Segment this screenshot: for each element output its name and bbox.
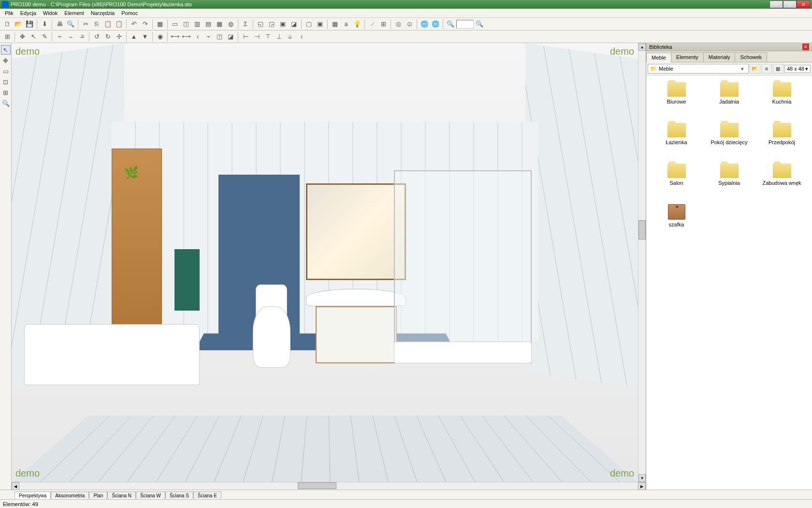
dim7-icon[interactable]: ⊢ xyxy=(240,31,251,42)
cut-icon[interactable]: ✂ xyxy=(80,19,91,30)
globe1-icon[interactable]: 🌐 xyxy=(419,19,430,30)
menu-widok[interactable]: Widok xyxy=(40,9,61,17)
rotate2-icon[interactable]: ↻ xyxy=(102,31,113,42)
vertical-scrollbar[interactable]: ▲ ▼ xyxy=(638,43,646,482)
dim4-icon[interactable]: ⫟ xyxy=(203,31,214,42)
dim1-icon[interactable]: ⟷ xyxy=(170,31,180,42)
align3-icon[interactable]: ⫡ xyxy=(76,31,87,42)
move-icon[interactable]: ✢ xyxy=(114,31,124,42)
library-item-łazienka[interactable]: Łazienka xyxy=(651,121,702,160)
window2-icon[interactable]: ◫ xyxy=(181,19,191,30)
tab-elementy[interactable]: Elementy xyxy=(671,52,704,62)
scroll-right-icon[interactable]: ▶ xyxy=(638,482,646,490)
menu-pomoc[interactable]: Pomoc xyxy=(118,9,141,17)
scroll-left-icon[interactable]: ◀ xyxy=(12,482,19,490)
library-item-zabudowa-wnęk[interactable]: Zabudowa wnęk xyxy=(756,162,807,200)
target-icon[interactable]: ◎ xyxy=(393,19,404,30)
globe2-icon[interactable]: 🌐 xyxy=(430,19,441,30)
scroll-down-icon[interactable]: ▼ xyxy=(638,474,646,482)
dim3-icon[interactable]: ⫞ xyxy=(192,31,203,42)
view5-icon[interactable]: ▢ xyxy=(304,19,314,30)
scroll-up-icon[interactable]: ▲ xyxy=(638,43,646,51)
report-icon[interactable]: ▦ xyxy=(155,19,165,30)
dim9-icon[interactable]: ⊤ xyxy=(262,31,273,42)
rotate1-icon[interactable]: ↺ xyxy=(91,31,102,42)
grid-icon[interactable]: ⊞ xyxy=(378,19,389,30)
chevron-down-icon[interactable]: ▾ xyxy=(739,66,746,72)
center-icon[interactable]: ◉ xyxy=(155,31,165,42)
tab-sciana-e[interactable]: Ściana E xyxy=(193,492,221,499)
horizontal-scrollbar[interactable]: ◀ ▶ xyxy=(12,482,646,490)
align2-icon[interactable]: ⫠ xyxy=(65,31,76,42)
up-folder-icon[interactable]: 📂 xyxy=(750,64,760,74)
paste-icon[interactable]: 📋 xyxy=(102,19,113,30)
mirror2-icon[interactable]: ▼ xyxy=(140,31,150,42)
thumbnail-size-combo[interactable]: 48 x 48 ▾ xyxy=(784,65,811,73)
library-item-pokój-dziecięcy[interactable]: Pokój dziecięcy xyxy=(704,121,754,160)
window5-icon[interactable]: ▦ xyxy=(214,19,225,30)
chevron-down-icon[interactable]: ▾ xyxy=(805,66,808,72)
render1-icon[interactable]: ▦ xyxy=(330,19,340,30)
select-tool-icon[interactable]: ↖ xyxy=(1,45,11,55)
library-item-szafka[interactable]: szafka xyxy=(651,202,702,241)
import-icon[interactable]: ⬇ xyxy=(39,19,50,30)
tool6-icon[interactable]: 🔍 xyxy=(1,98,11,108)
pointer-icon[interactable]: ✥ xyxy=(17,31,28,42)
view3-icon[interactable]: ▣ xyxy=(277,19,288,30)
tool3-icon[interactable]: ▭ xyxy=(1,66,11,76)
dim12-icon[interactable]: ⫞ xyxy=(296,31,306,42)
dim5-icon[interactable]: ◫ xyxy=(214,31,225,42)
dim8-icon[interactable]: ⊣ xyxy=(251,31,262,42)
tab-plan[interactable]: Plan xyxy=(89,492,107,499)
paste2-icon[interactable]: 📋 xyxy=(114,19,124,30)
library-path-combo[interactable]: 📁 Meble ▾ xyxy=(648,64,749,74)
close-button[interactable]: ✕ xyxy=(797,0,810,8)
sum-icon[interactable]: Σ xyxy=(240,19,251,30)
undo-icon[interactable]: ↶ xyxy=(129,19,139,30)
maximize-button[interactable]: □ xyxy=(783,0,797,8)
zoom-out-icon[interactable]: 🔍 xyxy=(445,19,456,30)
menu-element[interactable]: Element xyxy=(61,9,87,17)
zoom-in-icon[interactable]: 🔍 xyxy=(474,19,485,30)
mirror1-icon[interactable]: ▲ xyxy=(129,31,139,42)
tab-meble[interactable]: Meble xyxy=(646,53,671,62)
zoom-input[interactable] xyxy=(456,20,474,29)
library-close-icon[interactable]: ✕ xyxy=(802,44,809,50)
library-item-sypialnia[interactable]: Sypialnia xyxy=(704,162,754,200)
save-icon[interactable]: 💾 xyxy=(24,19,35,30)
dim11-icon[interactable]: ⫝ xyxy=(285,31,295,42)
window1-icon[interactable]: ▭ xyxy=(170,19,180,30)
view2-icon[interactable]: ◲ xyxy=(266,19,277,30)
print-icon[interactable]: 🖶 xyxy=(54,19,65,30)
tool2-icon[interactable]: ✥ xyxy=(1,56,11,65)
3d-viewport[interactable]: 🌿 demo demo demo demo xyxy=(12,43,638,482)
window4-icon[interactable]: ▤ xyxy=(203,19,214,30)
view-grid-icon[interactable]: ⊞ xyxy=(773,64,783,74)
tab-perspektywa[interactable]: Perspektywa xyxy=(14,492,51,499)
tab-schowek[interactable]: Schowek xyxy=(735,52,767,62)
tab-materialy[interactable]: Materiały xyxy=(703,52,736,62)
tool5-icon[interactable]: ⊞ xyxy=(1,88,11,97)
window6-icon[interactable]: ◍ xyxy=(225,19,236,30)
tab-sciana-s[interactable]: Ściana S xyxy=(165,492,193,499)
dim10-icon[interactable]: ⊥ xyxy=(274,31,284,42)
pen-icon[interactable]: ✎ xyxy=(39,31,50,42)
library-item-biurowe[interactable]: Biurowe xyxy=(651,80,702,119)
align1-icon[interactable]: ⫟ xyxy=(54,31,65,42)
view-list-icon[interactable]: ≡ xyxy=(761,64,772,74)
tool4-icon[interactable]: ⊡ xyxy=(1,77,11,87)
curve-icon[interactable]: ⟋ xyxy=(367,19,377,30)
library-item-przedpokój[interactable]: Przedpokój xyxy=(756,121,807,160)
view6-icon[interactable]: ▣ xyxy=(315,19,325,30)
menu-plik[interactable]: Plik xyxy=(2,9,16,17)
magnet-icon[interactable]: ⊙ xyxy=(404,19,415,30)
window3-icon[interactable]: ▥ xyxy=(192,19,203,30)
text-a-icon[interactable]: a xyxy=(341,19,351,30)
library-item-kuchnia[interactable]: Kuchnia xyxy=(756,80,807,119)
light-icon[interactable]: 💡 xyxy=(352,19,362,30)
tab-sciana-w[interactable]: Ściana W xyxy=(136,492,165,499)
tab-sciana-n[interactable]: Ściana N xyxy=(107,492,136,499)
view4-icon[interactable]: ◪ xyxy=(289,19,299,30)
preview-icon[interactable]: 🔍 xyxy=(65,19,76,30)
tab-aksonometria[interactable]: Aksonometria xyxy=(51,492,89,499)
